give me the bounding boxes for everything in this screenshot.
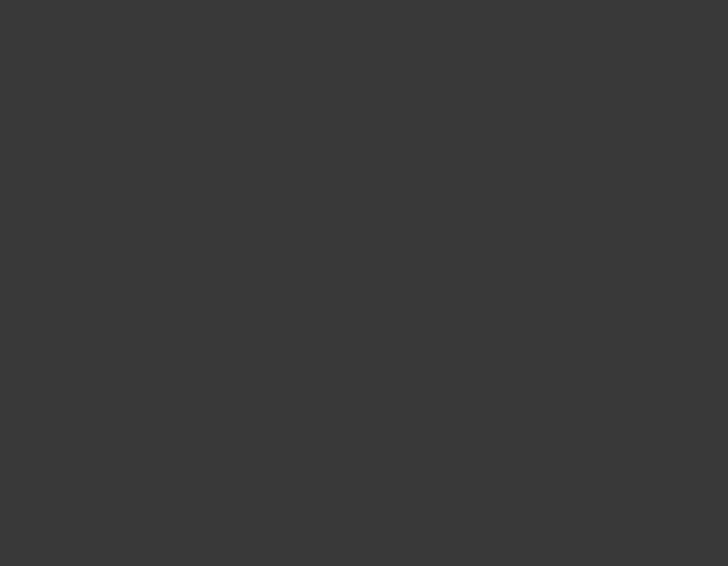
viewport-3d[interactable] [0, 0, 728, 566]
viewport-bg [0, 0, 728, 566]
